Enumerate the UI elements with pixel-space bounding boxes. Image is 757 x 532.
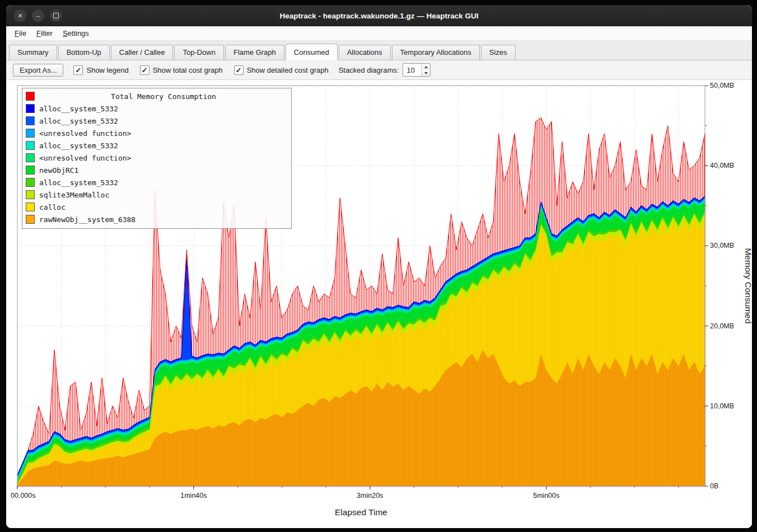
y-axis-label: Memory Consumed (744, 248, 752, 323)
menu-item-file[interactable]: File (10, 27, 31, 39)
legend-swatch (26, 153, 35, 162)
tab-summary[interactable]: Summary (9, 45, 57, 60)
tab-allocations[interactable]: Allocations (339, 45, 391, 60)
tab-flame-graph[interactable]: Flame Graph (225, 45, 284, 60)
legend-item: alloc__system_5332 (26, 102, 288, 115)
svg-text:3min20s: 3min20s (357, 492, 383, 500)
checkbox-show-detailed-cost-graph[interactable]: Show detailed cost graph (234, 65, 329, 75)
legend-label: newObjRC1 (39, 166, 78, 175)
legend-title-row: Total Memory Consumption (26, 90, 288, 102)
checkbox-icon[interactable] (140, 65, 149, 75)
legend-item: alloc__system_5332 (26, 115, 288, 127)
checkbox-label: Show total cost graph (153, 66, 223, 74)
menu-item-filter[interactable]: Filter (31, 27, 58, 39)
legend-label: alloc__system_5332 (39, 117, 118, 125)
svg-text:5min00s: 5min00s (533, 492, 559, 500)
checkbox-icon[interactable] (73, 65, 83, 75)
stacked-diagrams-spinbox[interactable]: 10 (403, 63, 431, 77)
legend-label: alloc__system_5332 (39, 142, 118, 150)
legend-swatch (26, 141, 35, 150)
menu-bar: FileFilterSettings (6, 26, 752, 41)
legend-item: <unresolved function> (26, 152, 288, 164)
stacked-diagrams-label: Stacked diagrams: (339, 66, 399, 74)
legend-item: sqlite3MemMalloc (26, 189, 288, 201)
legend-label: alloc__system_5332 (39, 178, 118, 187)
svg-text:40,0MB: 40,0MB (710, 162, 734, 170)
legend-label: rawNewObj__system_6388 (39, 215, 135, 224)
legend-label: <unresolved function> (39, 129, 131, 138)
legend-swatch (26, 203, 35, 211)
spin-down-icon (424, 72, 428, 74)
svg-text:0B: 0B (710, 482, 718, 490)
tab-sizes[interactable]: Sizes (481, 45, 516, 60)
toolbar: Export As... Show legendShow total cost … (6, 60, 752, 80)
svg-text:10,0MB: 10,0MB (710, 402, 734, 410)
checkbox-label: Show legend (86, 66, 128, 74)
legend-label: calloc (39, 203, 66, 211)
legend-swatch (26, 116, 35, 125)
svg-text:30,0MB: 30,0MB (710, 242, 734, 249)
tab-temporary-allocations[interactable]: Temporary Allocations (392, 45, 480, 60)
stacked-diagrams-group: Stacked diagrams: 10 (339, 63, 431, 77)
window-title: Heaptrack - heaptrack.wakunode.1.gz — He… (6, 5, 752, 26)
tab-caller-callee[interactable]: Caller / Callee (111, 45, 174, 60)
legend-swatch (26, 92, 35, 101)
legend-swatch (26, 104, 35, 113)
legend-label: sqlite3MemMalloc (39, 191, 109, 199)
checkbox-show-total-cost-graph[interactable]: Show total cost graph (140, 65, 223, 75)
stacked-diagrams-value: 10 (403, 64, 421, 76)
svg-text:00.000s: 00.000s (11, 492, 35, 500)
svg-text:20,0MB: 20,0MB (710, 322, 734, 330)
x-axis-label: Elapsed Time (335, 507, 387, 517)
legend-swatch (26, 178, 35, 187)
legend-item: <unresolved function> (26, 127, 288, 139)
svg-text:1min40s: 1min40s (180, 492, 207, 500)
menu-item-settings[interactable]: Settings (58, 27, 94, 39)
title-bar[interactable]: ✕ – Heaptrack - heaptrack.wakunode.1.gz … (6, 5, 752, 26)
tab-bar: SummaryBottom-UpCaller / CalleeTop-DownF… (6, 41, 752, 60)
legend-swatch (26, 129, 35, 138)
checkbox-show-legend[interactable]: Show legend (73, 65, 128, 75)
legend-item: alloc__system_5332 (26, 176, 288, 189)
legend-swatch (26, 190, 35, 199)
tab-top-down[interactable]: Top-Down (174, 45, 224, 60)
tab-bottom-up[interactable]: Bottom-Up (58, 45, 110, 60)
svg-text:50,0MB: 50,0MB (710, 82, 734, 90)
toolbar-checkboxes: Show legendShow total cost graphShow det… (73, 65, 328, 75)
spin-down-button[interactable] (422, 70, 430, 76)
spin-up-button[interactable] (422, 64, 430, 70)
app-window: ✕ – Heaptrack - heaptrack.wakunode.1.gz … (6, 4, 753, 529)
tab-consumed[interactable]: Consumed (286, 44, 338, 60)
export-as-button[interactable]: Export As... (13, 64, 63, 77)
checkbox-icon[interactable] (234, 65, 244, 75)
legend-swatch (26, 215, 35, 224)
legend-swatch (26, 166, 35, 175)
spin-up-icon (424, 66, 428, 68)
checkbox-label: Show detailed cost graph (247, 66, 329, 74)
chart-legend: Total Memory Consumptionalloc__system_53… (22, 88, 292, 229)
legend-label: <unresolved function> (39, 154, 131, 162)
chart-area: 0B10,0MB20,0MB30,0MB40,0MB50,0MB00.000s1… (6, 80, 752, 529)
legend-label: alloc__system_5332 (39, 105, 118, 113)
legend-item: newObjRC1 (26, 164, 288, 176)
legend-item: alloc__system_5332 (26, 139, 288, 152)
legend-item: calloc (26, 201, 288, 213)
legend-label: Total Memory Consumption (39, 92, 288, 101)
legend-item: rawNewObj__system_6388 (26, 213, 288, 225)
